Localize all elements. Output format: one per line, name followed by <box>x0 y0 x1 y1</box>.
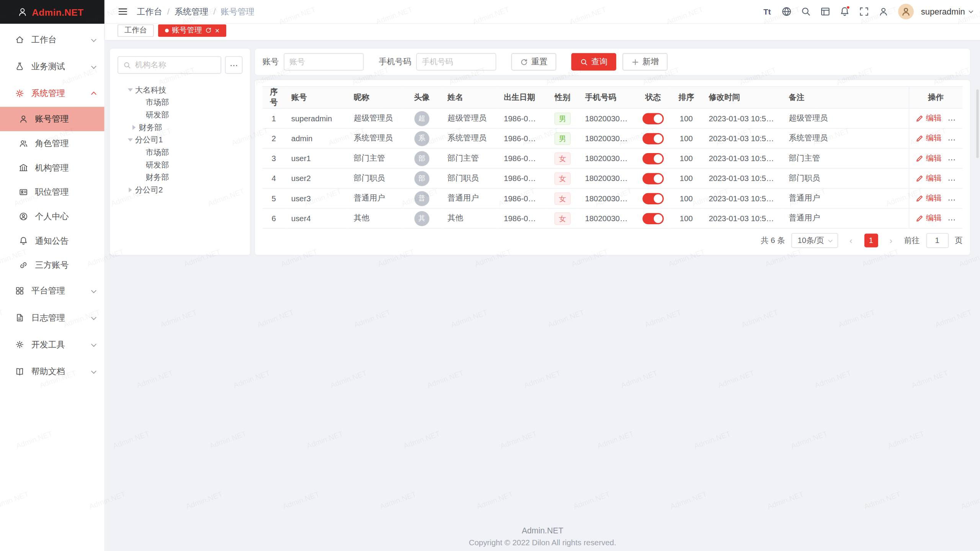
chevron-down-icon <box>91 287 96 293</box>
org-more-button[interactable]: ⋯ <box>225 56 243 74</box>
edit-button[interactable]: 编辑 <box>915 213 942 223</box>
sidebar-item-personal-center[interactable]: 个人中心 <box>0 204 105 229</box>
row-more-button[interactable]: ⋯ <box>948 215 956 224</box>
sidebar-item-platform-management[interactable]: 平台管理 <box>0 277 105 304</box>
footer-copyright: Copyright © 2022 Dilon All rights reserv… <box>105 538 980 547</box>
add-button[interactable]: 新增 <box>622 53 668 71</box>
close-icon[interactable]: × <box>215 26 219 34</box>
tab-workbench[interactable]: 工作台 <box>118 24 154 37</box>
tree-node[interactable]: 市场部 <box>118 96 243 109</box>
caret-expanded-icon[interactable] <box>128 139 133 142</box>
sidebar-item-notice[interactable]: 通知公告 <box>0 229 105 253</box>
globe-icon <box>781 6 792 17</box>
tabs-bar: 工作台 账号管理 × <box>105 24 980 40</box>
breadcrumb-item[interactable]: 系统管理 <box>175 6 208 17</box>
row-more-button[interactable]: ⋯ <box>948 175 956 184</box>
page-size-select[interactable]: 10条/页 <box>791 233 838 248</box>
notification-button[interactable] <box>836 3 853 20</box>
accounts-table: 序号 账号 昵称 头像 姓名 出生日期 性别 手机号码 状态 排序 <box>263 86 963 228</box>
edit-icon <box>915 214 923 222</box>
sidebar-item-label: 个人中心 <box>35 211 95 222</box>
gender-tag: 男 <box>554 112 570 125</box>
chevron-down-icon <box>91 341 96 347</box>
sidebar-item-position-management[interactable]: 职位管理 <box>0 180 105 204</box>
page-number-current[interactable]: 1 <box>864 234 878 248</box>
edit-button[interactable]: 编辑 <box>915 173 942 183</box>
fullscreen-button[interactable] <box>856 3 872 20</box>
row-more-button[interactable]: ⋯ <box>948 195 956 204</box>
sidebar-item-label: 通知公告 <box>35 235 95 246</box>
topbar-actions: Tt <box>759 3 973 20</box>
edit-button[interactable]: 编辑 <box>915 113 942 124</box>
sidebar-item-third-party-account[interactable]: 三方账号 <box>0 253 105 277</box>
sidebar-item-log-management[interactable]: 日志管理 <box>0 304 105 331</box>
row-more-button[interactable]: ⋯ <box>948 155 956 164</box>
edit-button[interactable]: 编辑 <box>915 133 942 143</box>
org-search-box[interactable] <box>118 56 221 74</box>
sidebar-item-system-management[interactable]: 系统管理 <box>0 80 105 107</box>
status-toggle[interactable] <box>642 133 664 144</box>
tree-node[interactable]: 分公司2 <box>118 184 243 196</box>
prev-page-button[interactable]: ‹ <box>844 234 858 248</box>
tree-node[interactable]: 大名科技 <box>118 84 243 96</box>
phone-filter-input[interactable] <box>416 53 496 71</box>
language-button[interactable] <box>778 3 794 20</box>
caret-collapsed-icon[interactable] <box>132 125 136 130</box>
breadcrumb: 工作台 / 系统管理 / 账号管理 <box>137 6 255 17</box>
edit-button[interactable]: 编辑 <box>915 193 942 204</box>
status-toggle[interactable] <box>642 153 664 164</box>
status-toggle[interactable] <box>642 173 664 184</box>
avatar: 部 <box>414 151 429 166</box>
sidebar-item-dev-tools[interactable]: 开发工具 <box>0 331 105 358</box>
next-page-button[interactable]: › <box>884 234 898 248</box>
account-filter-input[interactable] <box>284 53 364 71</box>
scrollbar-thumb[interactable] <box>976 89 979 158</box>
sidebar-item-account-management[interactable]: 账号管理 <box>0 107 105 131</box>
refresh-icon[interactable] <box>205 27 212 34</box>
reset-button[interactable]: 重置 <box>511 53 557 71</box>
tree-node[interactable]: 财务部 <box>118 121 243 134</box>
menu-collapse-button[interactable] <box>114 3 131 20</box>
org-search-input[interactable] <box>135 60 216 69</box>
status-toggle[interactable] <box>642 113 664 124</box>
table-row: 2 admin 系统管理员 系 系统管理员 1986-06-28 男 18020… <box>263 129 963 148</box>
gear-icon <box>15 89 24 98</box>
status-toggle[interactable] <box>642 193 664 204</box>
page-footer: Admin.NET Copyright © 2022 Dilon All rig… <box>105 526 980 548</box>
query-button[interactable]: 查询 <box>571 53 616 71</box>
tree-node[interactable]: 分公司1 <box>118 134 243 146</box>
profile-shortcut-button[interactable] <box>875 3 891 20</box>
sidebar-item-label: 系统管理 <box>31 88 85 99</box>
goto-page-input[interactable] <box>926 233 949 248</box>
avatar[interactable] <box>898 4 914 20</box>
status-toggle[interactable] <box>642 213 664 224</box>
sidebar-item-workbench[interactable]: 工作台 <box>0 26 105 53</box>
tree-node[interactable]: 研发部 <box>118 109 243 121</box>
avatar-icon <box>901 6 911 17</box>
row-more-button[interactable]: ⋯ <box>948 135 956 144</box>
sidebar-item-business-test[interactable]: 业务测试 <box>0 53 105 80</box>
sidebar-item-role-management[interactable]: 角色管理 <box>0 131 105 156</box>
edit-button[interactable]: 编辑 <box>915 153 942 163</box>
chevron-up-icon <box>91 92 96 97</box>
tree-node[interactable]: 研发部 <box>118 159 243 171</box>
refresh-icon <box>520 58 528 66</box>
tab-account-management[interactable]: 账号管理 × <box>158 24 226 37</box>
tree-node[interactable]: 市场部 <box>118 146 243 159</box>
username[interactable]: superadmin <box>921 7 965 16</box>
chevron-down-icon[interactable] <box>969 9 973 13</box>
search-button[interactable] <box>798 3 814 20</box>
col-header: 备注 <box>782 86 909 108</box>
tree-node[interactable]: 财务部 <box>118 171 243 184</box>
sidebar: Admin.NET 工作台 业务测试 系统管理 账号管理 <box>0 0 105 551</box>
caret-collapsed-icon[interactable] <box>129 187 132 192</box>
breadcrumb-item[interactable]: 工作台 <box>137 6 162 17</box>
row-more-button[interactable]: ⋯ <box>948 115 956 124</box>
font-size-button[interactable]: Tt <box>759 3 775 20</box>
caret-expanded-icon[interactable] <box>128 88 133 91</box>
gender-tag: 女 <box>554 152 570 165</box>
sidebar-item-org-management[interactable]: 机构管理 <box>0 156 105 180</box>
sidebar-item-help-docs[interactable]: 帮助文档 <box>0 358 105 385</box>
layout-settings-button[interactable] <box>817 3 833 20</box>
document-icon <box>15 313 24 322</box>
